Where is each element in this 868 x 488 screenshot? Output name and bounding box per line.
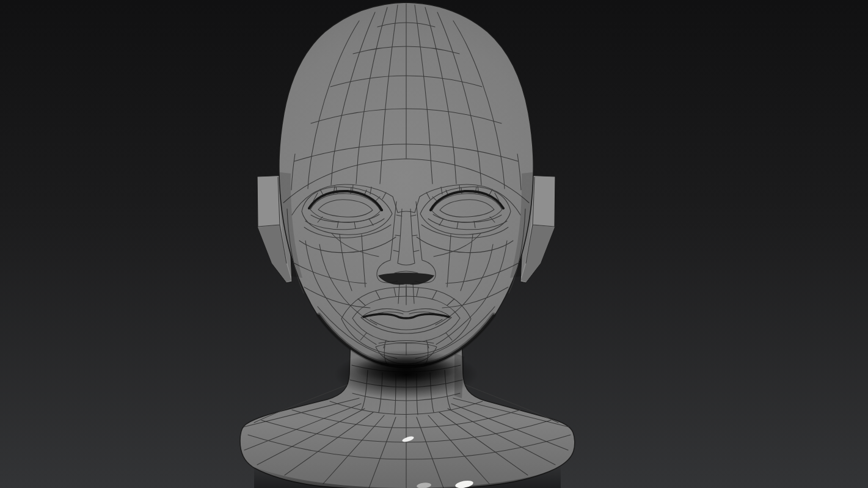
viewport-canvas[interactable]	[0, 0, 868, 488]
chin-contact-shadow	[334, 350, 478, 399]
chin-shadow-inner	[354, 355, 459, 382]
head	[279, 2, 533, 368]
viewport[interactable]	[0, 0, 868, 488]
